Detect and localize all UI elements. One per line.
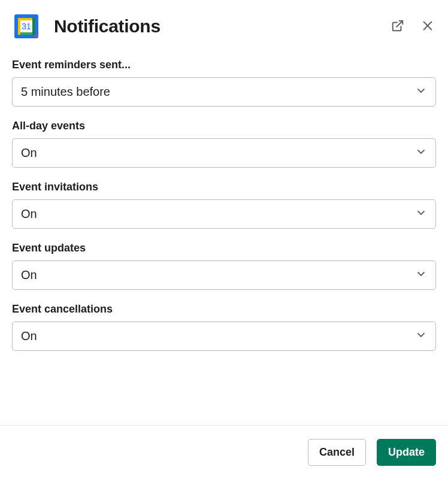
close-icon bbox=[421, 19, 434, 34]
chevron-down-icon bbox=[415, 207, 427, 222]
update-button[interactable]: Update bbox=[377, 439, 436, 466]
select-value: On bbox=[21, 329, 37, 343]
select-event-updates[interactable]: On bbox=[12, 260, 436, 290]
label-all-day-events: All-day events bbox=[12, 120, 436, 132]
field-event-cancellations: Event cancellations On bbox=[12, 303, 436, 351]
svg-rect-3 bbox=[18, 32, 35, 35]
chevron-down-icon bbox=[415, 329, 427, 344]
close-button[interactable] bbox=[419, 17, 436, 36]
select-event-reminders[interactable]: 5 minutes before bbox=[12, 77, 436, 107]
field-all-day-events: All-day events On bbox=[12, 120, 436, 168]
svg-rect-2 bbox=[18, 18, 35, 20]
svg-rect-4 bbox=[18, 18, 20, 35]
notifications-modal: 31 Notifications bbox=[0, 0, 448, 479]
select-event-cancellations[interactable]: On bbox=[12, 322, 436, 351]
select-value: On bbox=[21, 207, 37, 221]
select-value: On bbox=[21, 146, 37, 160]
chevron-down-icon bbox=[415, 84, 427, 99]
google-calendar-icon: 31 bbox=[12, 12, 41, 41]
select-event-invitations[interactable]: On bbox=[12, 199, 436, 229]
svg-rect-5 bbox=[32, 18, 35, 35]
label-event-reminders: Event reminders sent... bbox=[12, 59, 436, 71]
label-event-updates: Event updates bbox=[12, 242, 436, 254]
chevron-down-icon bbox=[415, 145, 427, 160]
select-all-day-events[interactable]: On bbox=[12, 138, 436, 168]
modal-title: Notifications bbox=[54, 16, 389, 37]
label-event-cancellations: Event cancellations bbox=[12, 303, 436, 316]
svg-line-8 bbox=[396, 20, 402, 26]
label-event-invitations: Event invitations bbox=[12, 181, 436, 193]
svg-text:31: 31 bbox=[22, 22, 31, 31]
field-event-reminders: Event reminders sent... 5 minutes before bbox=[12, 59, 436, 107]
external-link-icon bbox=[391, 19, 404, 34]
modal-footer: Cancel Update bbox=[0, 425, 448, 479]
chevron-down-icon bbox=[415, 268, 427, 283]
open-external-button[interactable] bbox=[389, 17, 406, 36]
select-value: 5 minutes before bbox=[21, 85, 110, 99]
modal-body: Event reminders sent... 5 minutes before… bbox=[0, 53, 448, 425]
field-event-invitations: Event invitations On bbox=[12, 181, 436, 229]
header-actions bbox=[389, 17, 436, 36]
field-event-updates: Event updates On bbox=[12, 242, 436, 290]
cancel-button[interactable]: Cancel bbox=[308, 439, 366, 466]
select-value: On bbox=[21, 268, 37, 282]
modal-header: 31 Notifications bbox=[0, 0, 448, 53]
